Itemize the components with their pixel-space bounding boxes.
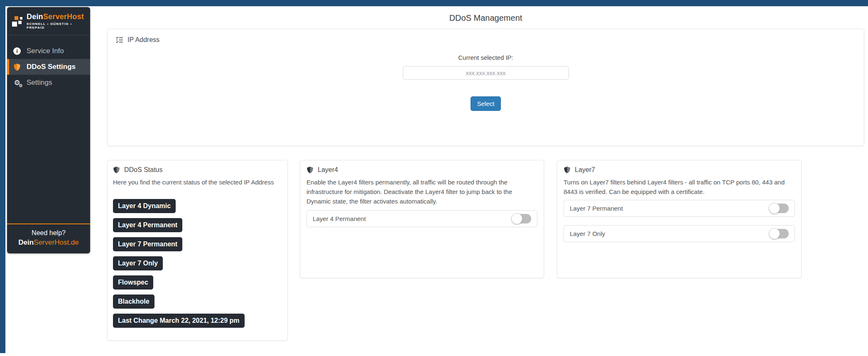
page-title: DDoS Management [107,13,864,23]
status-badge-blackhole: Blackhole [113,295,154,309]
sidebar-item-ddos-settings[interactable]: DDoS Settings [7,59,90,75]
layer4-permanent-row: Layer 4 Permanent [306,210,537,227]
status-badge-layer4-permanent: Layer 4 Permanent [113,218,182,232]
info-circle-icon: i [13,47,21,55]
shield-icon [564,166,571,174]
page: DeinServerHost SCHNELL • GÜNSTIG • PREPA… [0,0,868,356]
sidebar-item-service-info[interactable]: i Service Info [7,43,90,59]
list-check-icon [116,36,123,44]
layer4-card-header: Layer4 [306,166,537,174]
layer4-card: Layer4 Enable the Layer4 filters permane… [300,160,544,278]
sidebar: DeinServerHost SCHNELL • GÜNSTIG • PREPA… [7,7,90,253]
ip-card-title: IP Address [128,36,159,44]
layer4-card-title: Layer4 [318,166,338,174]
sidebar-item-label: DDoS Settings [27,63,76,71]
layer7-card-description: Turns on Layer7 filters behind Layer4 fi… [564,177,795,196]
layer7-card-title: Layer7 [575,166,595,174]
toggle-label: Layer 7 Permanent [570,205,623,212]
ip-card-header: IP Address [116,36,856,44]
logo-text: DeinServerHost SCHNELL • GÜNSTIG • PREPA… [27,13,86,29]
toggle-knob [511,213,522,224]
footer-brand-link[interactable]: DeinServerHost.de [9,238,88,247]
layer4-permanent-toggle[interactable] [512,214,531,223]
brand-name: DeinServerHost [27,12,84,21]
sidebar-item-label: Settings [27,79,52,87]
status-badge-layer7-only: Layer 7 Only [113,256,163,270]
sidebar-item-label: Service Info [27,47,64,55]
logo: DeinServerHost SCHNELL • GÜNSTIG • PREPA… [7,7,90,35]
logo-squares-icon [12,16,23,27]
shield-icon [113,166,120,174]
sidebar-nav: i Service Info DDoS Settings ⚙⚙ Settings [7,35,90,91]
layer7-permanent-row: Layer 7 Permanent [564,200,795,217]
layer7-card: Layer7 Turns on Layer7 filters behind La… [557,160,802,278]
status-badge-list: Layer 4 Dynamic Layer 4 Permanent Layer … [113,199,282,328]
layer7-permanent-toggle[interactable] [769,204,789,213]
ip-address-card: IP Address Current selected IP: Select [107,29,864,146]
shield-icon [306,166,314,174]
shield-icon [13,63,21,71]
brand-tagline: SCHNELL • GÜNSTIG • PREPAID [27,22,86,29]
sidebar-footer: Need help? DeinServerHost.de [7,223,90,253]
status-card-description: Here you find the current status of the … [113,177,282,187]
toggle-knob [769,203,780,214]
layer7-only-row: Layer 7 Only [564,225,795,242]
sidebar-item-settings[interactable]: ⚙⚙ Settings [7,75,90,91]
status-card-title: DDoS Status [124,166,162,174]
toggle-label: Layer 4 Permanent [313,215,366,222]
top-edge-bar [0,0,868,6]
toggle-knob [769,228,780,239]
left-edge-bar [0,0,5,353]
status-badge-last-change: Last Change March 22, 2021, 12:29 pm [113,314,245,328]
status-badge-layer4-dynamic: Layer 4 Dynamic [113,199,176,213]
select-button[interactable]: Select [471,96,501,111]
toggle-label: Layer 7 Only [570,230,605,237]
ddos-status-card: DDoS Status Here you find the current st… [107,160,288,341]
status-badge-layer7-permanent: Layer 7 Permanent [113,237,182,251]
status-card-header: DDoS Status [113,166,282,174]
layer4-card-description: Enable the Layer4 filters permanently, a… [306,177,537,206]
layer7-only-toggle[interactable] [769,229,789,238]
need-help-text: Need help? [9,229,88,237]
layer7-card-header: Layer7 [564,166,795,174]
current-ip-label: Current selected IP: [116,54,856,61]
gears-icon: ⚙⚙ [13,79,21,87]
status-badge-flowspec: Flowspec [113,275,153,290]
ip-input[interactable] [403,66,569,80]
